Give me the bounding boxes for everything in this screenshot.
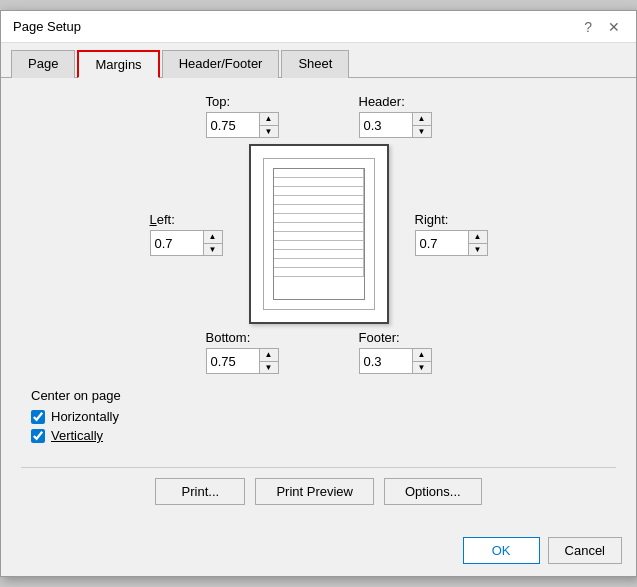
header-margin-label: Header: — [359, 94, 405, 109]
horizontally-row: Horizontally — [31, 409, 616, 424]
table-row — [274, 205, 364, 214]
table-row — [274, 241, 364, 250]
header-margin-spinner-buttons: ▲ ▼ — [412, 113, 431, 137]
page-preview — [249, 144, 389, 324]
dialog-content: Top: ▲ ▼ Header: ▲ — [1, 78, 636, 529]
top-margin-input[interactable] — [207, 116, 259, 135]
header-margin-group: Header: ▲ ▼ — [359, 94, 432, 138]
cancel-button[interactable]: Cancel — [548, 537, 622, 564]
table-row — [274, 268, 364, 277]
footer-margin-input[interactable] — [360, 352, 412, 371]
bottom-margin-spinner: ▲ ▼ — [206, 348, 279, 374]
top-margin-label: Top: — [206, 94, 231, 109]
horizontally-checkbox[interactable] — [31, 410, 45, 424]
header-margin-down[interactable]: ▼ — [413, 125, 431, 137]
bottom-margin-group: Bottom: ▲ ▼ — [206, 330, 279, 374]
vertically-checkbox[interactable] — [31, 429, 45, 443]
bottom-margin-down[interactable]: ▼ — [260, 361, 278, 373]
action-button-row: Print... Print Preview Options... — [21, 467, 616, 513]
print-button[interactable]: Print... — [155, 478, 245, 505]
footer-margin-spinner-buttons: ▲ ▼ — [412, 349, 431, 373]
margins-layout: Top: ▲ ▼ Header: ▲ — [21, 94, 616, 447]
tab-bar: Page Margins Header/Footer Sheet — [1, 43, 636, 78]
table-row — [274, 178, 364, 187]
table-row — [274, 169, 364, 178]
table-row — [274, 259, 364, 268]
footer-margin-down[interactable]: ▼ — [413, 361, 431, 373]
top-margin-up[interactable]: ▲ — [260, 113, 278, 125]
bottom-margin-up[interactable]: ▲ — [260, 349, 278, 361]
vertically-label[interactable]: Vertically — [51, 428, 103, 443]
top-row: Top: ▲ ▼ Header: ▲ — [21, 94, 616, 138]
options-button[interactable]: Options... — [384, 478, 482, 505]
page-table-area — [273, 168, 365, 300]
right-margin-group: Right: ▲ ▼ — [415, 212, 488, 256]
tab-margins[interactable]: Margins — [77, 50, 159, 78]
horizontally-label[interactable]: Horizontally — [51, 409, 119, 424]
left-margin-group: Left: ▲ ▼ — [150, 212, 223, 256]
bottom-margin-input[interactable] — [207, 352, 259, 371]
left-margin-spinner: ▲ ▼ — [150, 230, 223, 256]
left-margin-input[interactable] — [151, 234, 203, 253]
header-margin-up[interactable]: ▲ — [413, 113, 431, 125]
left-margin-down[interactable]: ▼ — [204, 243, 222, 255]
right-margin-down[interactable]: ▼ — [469, 243, 487, 255]
right-margin-label: Right: — [415, 212, 449, 227]
ok-button[interactable]: OK — [463, 537, 540, 564]
tab-sheet[interactable]: Sheet — [281, 50, 349, 78]
table-row — [274, 214, 364, 223]
top-margin-down[interactable]: ▼ — [260, 125, 278, 137]
table-row — [274, 196, 364, 205]
middle-row: Left: ▲ ▼ — [21, 144, 616, 324]
center-on-page-section: Center on page Horizontally Vertically — [21, 388, 616, 447]
bottom-margin-spinner-buttons: ▲ ▼ — [259, 349, 278, 373]
close-button[interactable]: ✕ — [604, 20, 624, 34]
left-margin-up[interactable]: ▲ — [204, 231, 222, 243]
footer-margin-spinner: ▲ ▼ — [359, 348, 432, 374]
bottom-row: Bottom: ▲ ▼ Footer: ▲ — [21, 330, 616, 374]
left-margin-label: Left: — [150, 212, 175, 227]
footer-margin-label: Footer: — [359, 330, 400, 345]
table-row — [274, 187, 364, 196]
tab-page[interactable]: Page — [11, 50, 75, 78]
title-bar-controls: ? ✕ — [580, 20, 624, 34]
dialog-title: Page Setup — [13, 19, 81, 34]
print-preview-button[interactable]: Print Preview — [255, 478, 374, 505]
left-margin-spinner-buttons: ▲ ▼ — [203, 231, 222, 255]
top-margin-spinner-buttons: ▲ ▼ — [259, 113, 278, 137]
footer-margin-group: Footer: ▲ ▼ — [359, 330, 432, 374]
vertically-row: Vertically — [31, 428, 616, 443]
header-margin-input[interactable] — [360, 116, 412, 135]
page-setup-dialog: Page Setup ? ✕ Page Margins Header/Foote… — [0, 10, 637, 577]
right-margin-spinner: ▲ ▼ — [415, 230, 488, 256]
table-row — [274, 250, 364, 259]
tab-header-footer[interactable]: Header/Footer — [162, 50, 280, 78]
footer-margin-up[interactable]: ▲ — [413, 349, 431, 361]
header-margin-spinner: ▲ ▼ — [359, 112, 432, 138]
top-margin-spinner: ▲ ▼ — [206, 112, 279, 138]
table-row — [274, 223, 364, 232]
table-row — [274, 232, 364, 241]
center-on-page-title: Center on page — [31, 388, 616, 403]
right-margin-up[interactable]: ▲ — [469, 231, 487, 243]
footer-row: OK Cancel — [1, 529, 636, 576]
title-bar: Page Setup ? ✕ — [1, 11, 636, 43]
top-margin-group: Top: ▲ ▼ — [206, 94, 279, 138]
right-margin-input[interactable] — [416, 234, 468, 253]
bottom-margin-label: Bottom: — [206, 330, 251, 345]
help-button[interactable]: ? — [580, 20, 596, 34]
right-margin-spinner-buttons: ▲ ▼ — [468, 231, 487, 255]
